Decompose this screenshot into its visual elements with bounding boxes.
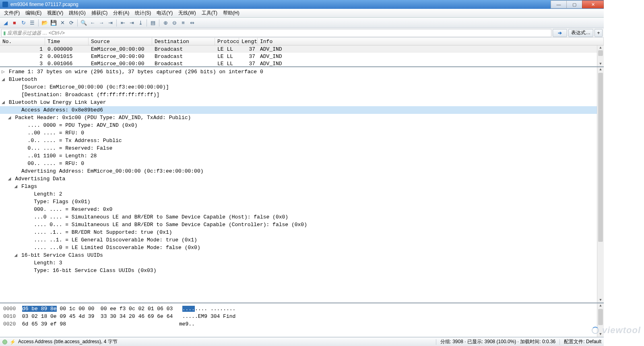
tree-line[interactable]: .... ...0 = LE Limited Discoverable Mode… <box>0 244 604 251</box>
expand-icon[interactable] <box>27 259 31 267</box>
expand-icon[interactable]: ◢ <box>8 175 12 183</box>
menu-telephony[interactable]: 电话(Y) <box>154 9 175 17</box>
hex-line[interactable]: 0020 6d 65 39 ef 98 me9.. <box>3 320 601 328</box>
tool-autoscroll-icon[interactable]: ⤓ <box>136 19 144 27</box>
tool-find-icon[interactable]: 🔍 <box>80 19 88 27</box>
expand-icon[interactable] <box>21 137 25 144</box>
display-filter-input[interactable] <box>7 30 549 36</box>
tool-zoom-out-icon[interactable]: ⊖ <box>170 19 178 27</box>
maximize-button[interactable]: ▢ <box>566 0 582 8</box>
tree-line[interactable]: 00.. .... = RFU: 0 <box>0 160 604 167</box>
expand-icon[interactable] <box>14 167 18 175</box>
tree-line[interactable]: .0.. .... = Tx Address: Public <box>0 137 604 144</box>
tree-line[interactable]: ◢ Bluetooth <box>0 76 604 83</box>
expand-icon[interactable] <box>21 129 25 137</box>
tree-line[interactable]: 000. .... = Reserved: 0x0 <box>0 206 604 213</box>
expand-icon[interactable] <box>27 229 31 236</box>
status-profile[interactable]: 配置文件: Default <box>564 338 601 345</box>
col-time[interactable]: Time <box>45 38 89 45</box>
tool-start-capture-icon[interactable]: ◢ <box>2 19 10 27</box>
tree-line[interactable]: Access Address: 0x8e89bed6 <box>0 106 604 114</box>
tool-prev-icon[interactable]: ← <box>89 19 97 27</box>
tree-line[interactable]: Length: 3 <box>0 259 604 267</box>
filter-apply-button[interactable]: ➔ <box>553 29 567 37</box>
tree-line[interactable]: Length: 2 <box>0 190 604 198</box>
expand-icon[interactable] <box>27 190 31 198</box>
expand-icon[interactable] <box>21 122 25 129</box>
expand-icon[interactable] <box>14 83 18 91</box>
expand-icon[interactable] <box>14 91 18 99</box>
close-button[interactable]: ✕ <box>582 0 604 8</box>
packet-list-scrollbar[interactable]: ▲ ▼ <box>597 45 604 66</box>
packet-details[interactable]: ▷ Frame 1: 37 bytes on wire (296 bits), … <box>0 67 604 303</box>
menu-stats[interactable]: 统计(S) <box>132 9 153 17</box>
expand-icon[interactable] <box>27 213 31 221</box>
tool-reload-icon[interactable]: ⟳ <box>67 19 75 27</box>
expand-icon[interactable] <box>27 221 31 229</box>
expand-icon[interactable]: ◢ <box>14 251 18 259</box>
col-info[interactable]: Info <box>258 38 604 45</box>
tree-line[interactable]: Type: Flags (0x01) <box>0 198 604 206</box>
tool-resize-columns-icon[interactable]: ⇔ <box>188 19 196 27</box>
tree-line[interactable]: Advertising Address: EmMicroe_00:00:00 (… <box>0 167 604 175</box>
menu-analyze[interactable]: 分析(A) <box>111 9 132 17</box>
minimize-button[interactable]: — <box>551 0 567 8</box>
tool-last-icon[interactable]: ⇥ <box>128 19 136 27</box>
tree-line[interactable]: ◢ Advertising Data <box>0 175 604 183</box>
tree-line[interactable]: .... ..1. = LE General Discoverable Mode… <box>0 236 604 244</box>
details-scrollbar[interactable]: ▲ ▼ <box>597 67 604 303</box>
expand-icon[interactable] <box>27 206 31 213</box>
table-row[interactable]: 20.001015EmMicroe_00:00:00BroadcastLE LL… <box>0 53 604 60</box>
filter-add-button[interactable]: + <box>594 29 603 37</box>
filter-expression-button[interactable]: 表达式… <box>568 29 593 37</box>
expand-icon[interactable]: ▷ <box>2 68 6 76</box>
tree-line[interactable]: Type: 16-bit Service Class UUIDs (0x03) <box>0 267 604 274</box>
expand-icon[interactable] <box>21 144 25 152</box>
tree-line[interactable]: ▷ Frame 1: 37 bytes on wire (296 bits), … <box>0 68 604 76</box>
col-protocol[interactable]: Protocol <box>215 38 239 45</box>
tool-capture-options-icon[interactable]: ☰ <box>28 19 36 27</box>
expand-icon[interactable] <box>27 244 31 251</box>
expand-icon[interactable] <box>27 198 31 206</box>
tool-jump-icon[interactable]: ⇥ <box>106 19 114 27</box>
packet-bytes[interactable]: 0000 d6 be 89 8e 00 1c 00 00 00 ee f3 0c… <box>0 303 604 337</box>
col-length[interactable]: Length <box>239 38 258 45</box>
tree-line[interactable]: [Destination: Broadcast (ff:ff:ff:ff:ff:… <box>0 91 604 99</box>
tree-line[interactable]: .... .1.. = BR/EDR Not Supported: true (… <box>0 229 604 236</box>
table-row[interactable]: 10.000000EmMicroe_00:00:00BroadcastLE LL… <box>0 45 604 53</box>
menu-wireless[interactable]: 无线(W) <box>176 9 198 17</box>
expand-icon[interactable] <box>21 160 25 167</box>
expand-icon[interactable]: ◢ <box>8 114 12 122</box>
tool-save-icon[interactable]: 💾 <box>50 19 58 27</box>
tree-line[interactable]: 0... .... = Reserved: False <box>0 144 604 152</box>
tree-line[interactable]: .... 0000 = PDU Type: ADV_IND (0x0) <box>0 122 604 129</box>
menu-tools[interactable]: 工具(T) <box>199 9 220 17</box>
tree-line[interactable]: [Source: EmMicroe_00:00:00 (0c:f3:ee:00:… <box>0 83 604 91</box>
expand-icon[interactable] <box>21 152 25 160</box>
table-row[interactable]: 30.001066EmMicroe_00:00:00BroadcastLE LL… <box>0 60 604 66</box>
tree-line[interactable]: ◢ Bluetooth Low Energy Link Layer <box>0 99 604 106</box>
expand-icon[interactable]: ◢ <box>14 183 18 190</box>
tree-line[interactable]: ◢ 16-bit Service Class UUIDs <box>0 251 604 259</box>
expand-icon[interactable] <box>27 236 31 244</box>
filter-bookmark-icon[interactable]: ▮ <box>3 30 6 36</box>
col-destination[interactable]: Destination <box>152 38 215 45</box>
menu-capture[interactable]: 捕获(C) <box>89 9 110 17</box>
col-source[interactable]: Source <box>89 38 152 45</box>
tool-zoom-in-icon[interactable]: ⊕ <box>161 19 169 27</box>
hex-line[interactable]: 0000 d6 be 89 8e 00 1c 00 00 00 ee f3 0c… <box>3 305 601 313</box>
tool-open-icon[interactable]: 📂 <box>41 19 49 27</box>
tree-line[interactable]: ..00 .... = RFU: 0 <box>0 129 604 137</box>
menu-go[interactable]: 跳转(G) <box>66 9 88 17</box>
expand-icon[interactable]: ◢ <box>2 99 6 106</box>
status-collapse-icon[interactable]: ⚡ <box>10 339 16 345</box>
tree-line[interactable]: .... 0... = Simultaneous LE and BR/EDR t… <box>0 221 604 229</box>
tool-close-icon[interactable]: ✕ <box>58 19 66 27</box>
tree-line[interactable]: ...0 .... = Simultaneous LE and BR/EDR t… <box>0 213 604 221</box>
expand-icon[interactable] <box>14 106 18 114</box>
expand-icon[interactable] <box>27 267 31 274</box>
tool-first-icon[interactable]: ⇤ <box>119 19 127 27</box>
tool-restart-capture-icon[interactable]: ↻ <box>19 19 27 27</box>
expand-icon[interactable]: ◢ <box>2 76 6 83</box>
tool-stop-capture-icon[interactable]: ■ <box>10 19 19 27</box>
